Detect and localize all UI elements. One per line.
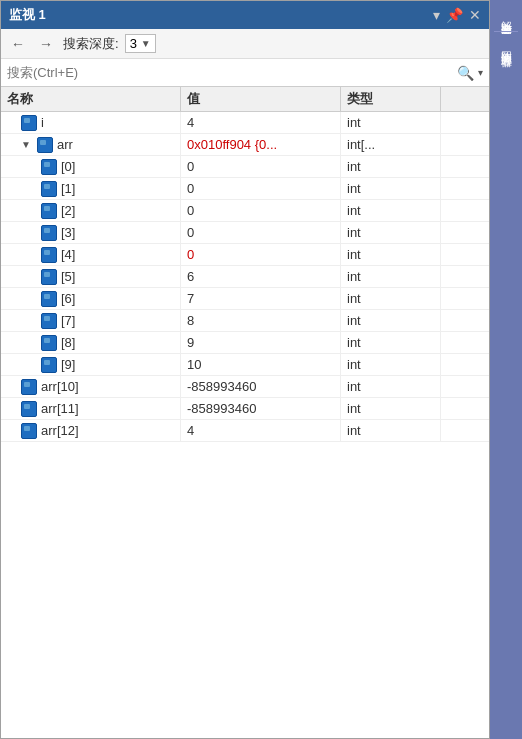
cell-value: 10: [181, 354, 341, 375]
sidebar-tab-team-explorer[interactable]: 团队资源管理器: [495, 34, 518, 57]
variable-name: i: [41, 115, 44, 130]
type-text: int: [347, 335, 361, 350]
variable-name: [4]: [61, 247, 75, 262]
cell-value: 0: [181, 200, 341, 221]
table-row[interactable]: [0]0int: [1, 156, 489, 178]
cell-type: int[...: [341, 134, 441, 155]
cube-icon: [41, 247, 57, 263]
cell-type: int: [341, 178, 441, 199]
forward-button[interactable]: →: [35, 34, 57, 54]
pin-icon[interactable]: 📌: [446, 7, 463, 23]
cell-name: [2]: [1, 200, 181, 221]
cell-type: int: [341, 398, 441, 419]
value-text: 10: [187, 357, 201, 372]
watch-window: 监视 1 ▾ 📌 ✕ ← → 搜索深度: 3 ▼ 🔍 ▾ 名称 值 类型 i4i…: [0, 0, 490, 739]
table-row[interactable]: [1]0int: [1, 178, 489, 200]
cell-name: ▼arr: [1, 134, 181, 155]
cell-type: int: [341, 288, 441, 309]
type-text: int: [347, 291, 361, 306]
watch-table[interactable]: 名称 值 类型 i4int▼arr0x010ff904 {0...int[...…: [1, 87, 489, 738]
back-button[interactable]: ←: [7, 34, 29, 54]
cell-name: [8]: [1, 332, 181, 353]
cell-value: 4: [181, 112, 341, 133]
variable-name: arr[12]: [41, 423, 79, 438]
cell-type: int: [341, 332, 441, 353]
value-text: -858993460: [187, 401, 256, 416]
expand-arrow-icon[interactable]: ▼: [21, 139, 33, 150]
depth-value: 3: [130, 36, 141, 51]
type-text: int: [347, 115, 361, 130]
cube-icon: [41, 313, 57, 329]
cell-value: 7: [181, 288, 341, 309]
table-row[interactable]: [2]0int: [1, 200, 489, 222]
variable-name: arr[10]: [41, 379, 79, 394]
depth-selector[interactable]: 3 ▼: [125, 34, 156, 53]
cell-type: int: [341, 310, 441, 331]
cube-icon: [41, 357, 57, 373]
table-row[interactable]: [3]0int: [1, 222, 489, 244]
cell-name: [3]: [1, 222, 181, 243]
cell-type: int: [341, 112, 441, 133]
cell-type: int: [341, 420, 441, 441]
cell-value: 0: [181, 222, 341, 243]
value-text: 0: [187, 159, 194, 174]
cell-value: 6: [181, 266, 341, 287]
cube-icon: [41, 203, 57, 219]
variable-name: [8]: [61, 335, 75, 350]
cell-type: int: [341, 200, 441, 221]
type-text: int: [347, 313, 361, 328]
table-row[interactable]: [7]8int: [1, 310, 489, 332]
header-value: 值: [181, 87, 341, 111]
value-text: 4: [187, 423, 194, 438]
table-row[interactable]: arr[10]-858993460int: [1, 376, 489, 398]
title-bar: 监视 1 ▾ 📌 ✕: [1, 1, 489, 29]
cell-type: int: [341, 376, 441, 397]
search-dropdown-arrow[interactable]: ▾: [476, 67, 483, 78]
variable-name: [1]: [61, 181, 75, 196]
search-icon[interactable]: 🔍: [457, 65, 474, 81]
cube-icon: [21, 115, 37, 131]
cell-name: arr[12]: [1, 420, 181, 441]
value-text: 0: [187, 181, 194, 196]
cell-name: arr[10]: [1, 376, 181, 397]
type-text: int: [347, 181, 361, 196]
table-row[interactable]: [9]10int: [1, 354, 489, 376]
sidebar-divider: [494, 31, 518, 32]
table-row[interactable]: [6]7int: [1, 288, 489, 310]
cube-icon: [21, 401, 37, 417]
value-text: 0: [187, 225, 194, 240]
cube-icon: [41, 291, 57, 307]
variable-name: [3]: [61, 225, 75, 240]
cell-value: 0: [181, 178, 341, 199]
type-text: int: [347, 159, 361, 174]
cell-value: 0: [181, 156, 341, 177]
cell-type: int: [341, 244, 441, 265]
table-row[interactable]: [5]6int: [1, 266, 489, 288]
search-bar: 🔍 ▾: [1, 59, 489, 87]
cell-name: [5]: [1, 266, 181, 287]
close-icon[interactable]: ✕: [469, 7, 481, 23]
cell-type: int: [341, 354, 441, 375]
cell-value: 8: [181, 310, 341, 331]
variable-name: [2]: [61, 203, 75, 218]
table-row[interactable]: [4]0int: [1, 244, 489, 266]
variable-name: arr[11]: [41, 401, 79, 416]
variable-name: [5]: [61, 269, 75, 284]
cube-icon: [21, 423, 37, 439]
cell-value: 0x010ff904 {0...: [181, 134, 341, 155]
cube-icon: [41, 269, 57, 285]
table-row[interactable]: arr[12]4int: [1, 420, 489, 442]
cell-type: int: [341, 156, 441, 177]
table-row[interactable]: arr[11]-858993460int: [1, 398, 489, 420]
search-input[interactable]: [7, 65, 457, 80]
dropdown-icon[interactable]: ▾: [433, 7, 440, 23]
cell-value: -858993460: [181, 376, 341, 397]
window-title: 监视 1: [9, 6, 46, 24]
cell-name: [6]: [1, 288, 181, 309]
table-row[interactable]: ▼arr0x010ff904 {0...int[...: [1, 134, 489, 156]
table-row[interactable]: i4int: [1, 112, 489, 134]
cell-value: -858993460: [181, 398, 341, 419]
sidebar-tab-solution-explorer[interactable]: 解决方案资源管理器: [495, 4, 518, 29]
type-text: int: [347, 247, 361, 262]
table-row[interactable]: [8]9int: [1, 332, 489, 354]
